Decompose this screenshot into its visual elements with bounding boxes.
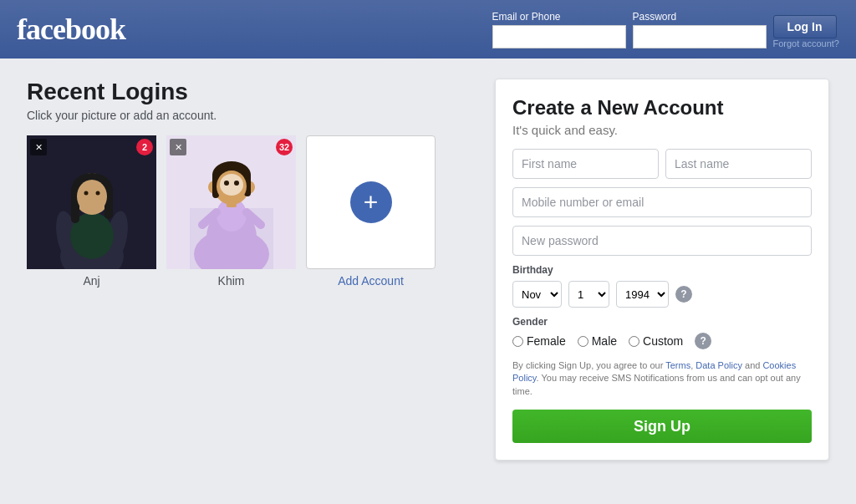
mobile-input-wrap: [512, 187, 812, 217]
svg-point-11: [95, 191, 99, 196]
gender-custom-radio[interactable]: [629, 336, 639, 347]
gender-female-option[interactable]: Female: [512, 334, 566, 348]
gender-male-radio[interactable]: [578, 336, 588, 347]
account-name-anj: Anj: [83, 274, 99, 288]
last-name-input[interactable]: [665, 149, 812, 179]
gender-row: Female Male Custom ?: [512, 333, 812, 349]
facebook-logo: facebook: [17, 12, 125, 47]
new-password-input[interactable]: [512, 226, 812, 256]
email-field-group: Email or Phone: [492, 11, 626, 48]
forgot-account-link[interactable]: Forgot account?: [773, 38, 840, 48]
add-plus-icon: +: [350, 181, 392, 223]
birthday-day-select[interactable]: 1234 51015202531: [568, 281, 609, 308]
account-name-khim: Khim: [218, 274, 245, 288]
create-account-panel: Create a New Account It's quick and easy…: [495, 79, 829, 461]
signup-button[interactable]: Sign Up: [512, 410, 812, 443]
svg-point-26: [220, 174, 243, 196]
email-label: Email or Phone: [492, 11, 626, 23]
first-name-input[interactable]: [512, 149, 659, 179]
avatar-wrap-anj: ✕ 2: [27, 135, 156, 269]
add-account-box: +: [306, 135, 436, 269]
gender-custom-label: Custom: [643, 334, 683, 348]
birthday-label: Birthday: [512, 264, 812, 276]
gender-male-option[interactable]: Male: [578, 334, 617, 348]
svg-point-28: [234, 181, 239, 186]
birthday-row: JanFebMarApr MayJunJulAug SepOctNovDec 1…: [512, 281, 812, 308]
account-card-anj[interactable]: ✕ 2: [27, 135, 156, 288]
password-label: Password: [633, 11, 767, 23]
avatar-bg-khim: ✕ 32: [166, 135, 296, 269]
recent-logins-subtitle: Click your picture or add an account.: [27, 109, 461, 122]
svg-point-10: [84, 191, 88, 196]
svg-point-9: [77, 180, 107, 213]
create-account-title: Create a New Account: [512, 96, 812, 120]
header-password-input[interactable]: [633, 25, 767, 48]
login-button[interactable]: Log In: [773, 15, 837, 38]
gender-help-icon[interactable]: ?: [695, 333, 711, 349]
terms-link[interactable]: Terms: [665, 360, 690, 370]
create-account-subtitle: It's quick and easy.: [512, 123, 812, 137]
login-btn-area: Log In Forgot account?: [773, 15, 840, 48]
close-anj-btn[interactable]: ✕: [30, 139, 47, 155]
badge-anj: 2: [136, 139, 153, 155]
data-policy-link[interactable]: Data Policy: [696, 360, 742, 370]
name-row: [512, 149, 812, 179]
khim-figure: [190, 141, 273, 269]
gender-female-label: Female: [527, 334, 566, 348]
cookies-link[interactable]: Cookies Policy: [512, 360, 796, 383]
gender-custom-option[interactable]: Custom: [629, 334, 683, 348]
mobile-input[interactable]: [512, 187, 812, 217]
gender-female-radio[interactable]: [512, 336, 523, 347]
gender-label: Gender: [512, 316, 812, 328]
gender-male-label: Male: [592, 334, 617, 348]
account-card-khim[interactable]: ✕ 32: [166, 135, 296, 288]
header: facebook Email or Phone Password Log In …: [0, 0, 856, 59]
terms-text: By clicking Sign Up, you agree to our Te…: [512, 359, 812, 398]
header-login-area: Email or Phone Password Log In Forgot ac…: [492, 11, 840, 48]
main-content: Recent Logins Click your picture or add …: [0, 59, 856, 481]
password-input-wrap: [512, 226, 812, 256]
birthday-help-icon[interactable]: ?: [675, 286, 692, 303]
anj-figure: [54, 148, 130, 269]
email-input[interactable]: [492, 25, 626, 48]
recent-logins-title: Recent Logins: [27, 79, 461, 105]
close-khim-btn[interactable]: ✕: [170, 139, 186, 155]
add-account-label[interactable]: Add Account: [338, 274, 404, 288]
add-account-card[interactable]: + Add Account: [306, 135, 436, 288]
badge-khim: 32: [276, 139, 293, 155]
birthday-year-select[interactable]: 2000199919981997 1996199519941993 199019…: [616, 281, 669, 308]
accounts-row: ✕ 2: [27, 135, 461, 288]
avatar-wrap-khim: ✕ 32: [166, 135, 296, 269]
avatar-bg-anj: ✕ 2: [27, 135, 156, 269]
password-field-group: Password: [633, 11, 767, 48]
svg-point-27: [224, 181, 229, 186]
birthday-month-select[interactable]: JanFebMarApr MayJunJulAug SepOctNovDec: [512, 281, 562, 308]
left-panel: Recent Logins Click your picture or add …: [27, 79, 495, 461]
